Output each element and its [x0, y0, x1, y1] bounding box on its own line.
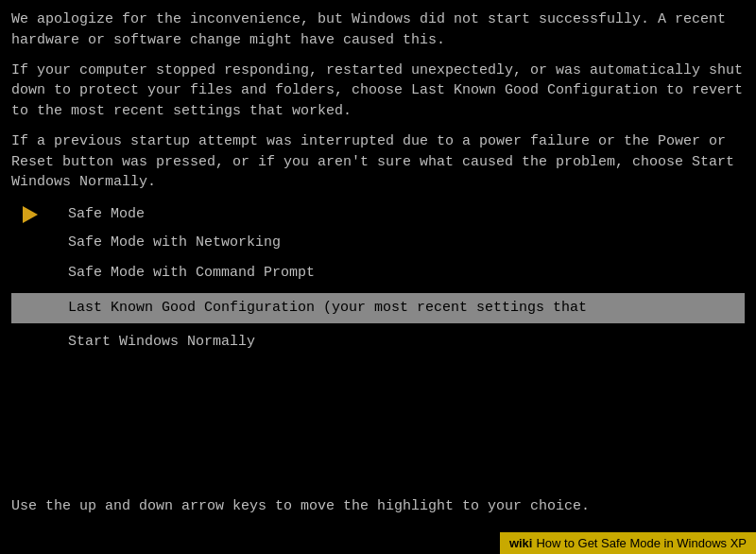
menu-item-last-known[interactable]: Last Known Good Configuration (your most… [11, 293, 745, 324]
menu-item-last-known-label: Last Known Good Configuration (your most… [68, 300, 587, 316]
menu-item-safe-mode-label: Safe Mode [68, 206, 145, 222]
menu-item-safe-mode-networking-label: Safe Mode with Networking [68, 234, 281, 251]
bottom-instructions-text: Use the up and down arrow keys to move t… [11, 498, 590, 514]
menu-item-safe-mode-command[interactable]: Safe Mode with Command Prompt [11, 258, 745, 289]
menu-item-start-normally-label: Start Windows Normally [68, 334, 255, 350]
menu-item-safe-mode[interactable]: Safe Mode [11, 202, 745, 228]
paragraph-2-text: If your computer stopped responding, res… [11, 62, 743, 120]
bottom-instructions: Use the up and down arrow keys to move t… [0, 498, 756, 514]
paragraph-3-text: If a previous startup attempt was interr… [11, 133, 734, 191]
main-content: We apologize for the inconvenience, but … [0, 0, 756, 358]
wiki-description: How to Get Safe Mode in Windows XP [536, 536, 747, 550]
wiki-bar: wiki How to Get Safe Mode in Windows XP [500, 532, 756, 554]
paragraph-1-text: We apologize for the inconvenience, but … [11, 11, 726, 48]
wiki-logo: wiki [509, 536, 533, 550]
boot-menu: Safe Mode Safe Mode with Networking Safe… [11, 202, 745, 358]
selection-arrow-icon [23, 206, 38, 223]
menu-item-safe-mode-networking[interactable]: Safe Mode with Networking [11, 228, 745, 259]
menu-item-start-normally[interactable]: Start Windows Normally [11, 327, 745, 358]
menu-item-safe-mode-command-label: Safe Mode with Command Prompt [68, 265, 315, 281]
paragraph-2: If your computer stopped responding, res… [11, 61, 745, 122]
paragraph-3: If a previous startup attempt was interr… [11, 131, 745, 193]
paragraph-1: We apologize for the inconvenience, but … [11, 9, 745, 51]
bsod-screen: We apologize for the inconvenience, but … [0, 0, 756, 554]
